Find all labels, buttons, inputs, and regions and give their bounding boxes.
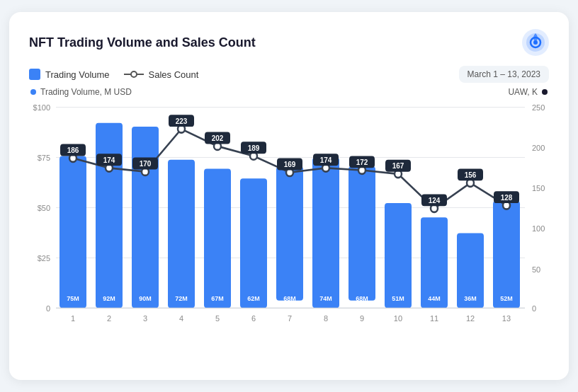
svg-text:$25: $25	[38, 253, 50, 262]
legend-trading-volume: Trading Volume	[29, 69, 110, 80]
left-axis-label: Trading Volume, M USD	[30, 87, 132, 97]
label-10: 167	[392, 162, 404, 170]
svg-text:250: 250	[532, 103, 545, 112]
header-row: NFT Trading Volume and Sales Count	[29, 29, 549, 56]
svg-text:72M: 72M	[175, 295, 188, 302]
legend-line-icon	[124, 69, 144, 80]
right-axis-label: UAW, K	[508, 87, 548, 97]
svg-text:74M: 74M	[319, 295, 332, 302]
bar-8	[312, 158, 339, 309]
svg-text:90M: 90M	[139, 295, 152, 302]
logo-icon	[522, 29, 549, 56]
legend-sales-count-label: Sales Count	[149, 69, 199, 80]
axis-labels-row: Trading Volume, M USD UAW, K	[29, 87, 549, 97]
svg-text:12: 12	[466, 314, 475, 323]
svg-text:4: 4	[179, 314, 183, 323]
chart-card: NFT Trading Volume and Sales Count Tradi…	[9, 12, 569, 380]
svg-text:200: 200	[532, 144, 545, 152]
svg-text:10: 10	[394, 314, 402, 323]
bar-5	[204, 168, 231, 308]
svg-text:44M: 44M	[428, 295, 441, 302]
label-2: 174	[103, 156, 115, 164]
svg-text:0: 0	[532, 304, 536, 312]
svg-text:11: 11	[430, 314, 438, 323]
svg-text:50: 50	[532, 265, 540, 273]
legend-trading-volume-label: Trading Volume	[45, 69, 110, 80]
dot-dark-icon	[542, 89, 548, 95]
svg-text:0: 0	[46, 304, 50, 312]
svg-text:1: 1	[71, 314, 75, 323]
svg-text:13: 13	[502, 314, 511, 323]
label-1: 186	[67, 146, 79, 154]
label-5: 202	[212, 134, 224, 142]
svg-text:5: 5	[215, 314, 220, 323]
label-8: 174	[320, 156, 332, 164]
label-12: 156	[465, 171, 477, 179]
legend-sales-count: Sales Count	[124, 69, 199, 80]
bar-13	[493, 201, 520, 308]
label-13: 128	[501, 194, 513, 202]
bar-9	[348, 166, 375, 301]
bar-2	[96, 123, 123, 309]
label-6: 189	[248, 144, 260, 152]
svg-text:68M: 68M	[356, 295, 368, 302]
svg-text:100: 100	[532, 224, 545, 233]
chart-svg: $100 $75 $50 $25 0 250 200 150 100 50 0 …	[29, 100, 549, 354]
label-11: 124	[429, 197, 441, 204]
label-7: 169	[284, 161, 296, 168]
svg-text:51M: 51M	[392, 295, 404, 302]
legend-row: Trading Volume Sales Count March 1 – 13,…	[29, 66, 549, 83]
dot-blue-icon	[30, 89, 36, 95]
bar-10	[385, 203, 412, 308]
svg-text:6: 6	[251, 314, 256, 323]
bar-6	[240, 178, 267, 308]
date-badge: March 1 – 13, 2023	[459, 66, 549, 83]
svg-text:92M: 92M	[103, 295, 115, 302]
svg-text:75M: 75M	[67, 295, 79, 302]
svg-text:2: 2	[107, 314, 111, 323]
legend-square-icon	[29, 69, 40, 80]
svg-text:67M: 67M	[211, 295, 224, 302]
svg-text:68M: 68M	[283, 295, 296, 302]
svg-text:$50: $50	[38, 203, 50, 212]
svg-text:3: 3	[143, 314, 147, 323]
bar-1	[60, 156, 86, 308]
label-9: 172	[356, 158, 368, 166]
chart-area: $100 $75 $50 $25 0 250 200 150 100 50 0 …	[29, 100, 549, 354]
legend-left: Trading Volume Sales Count	[29, 69, 198, 80]
svg-text:52M: 52M	[500, 295, 513, 302]
svg-text:150: 150	[532, 184, 545, 192]
bar-4	[168, 160, 195, 309]
chart-title: NFT Trading Volume and Sales Count	[29, 35, 256, 50]
bar-7	[276, 166, 303, 301]
label-3: 170	[140, 160, 152, 168]
svg-text:9: 9	[360, 314, 364, 323]
label-4: 223	[176, 117, 188, 125]
svg-text:7: 7	[288, 314, 292, 323]
svg-text:62M: 62M	[247, 295, 260, 302]
bar-3	[132, 127, 159, 308]
svg-text:$75: $75	[38, 153, 50, 161]
svg-text:8: 8	[324, 314, 328, 323]
svg-point-5	[131, 71, 137, 77]
svg-text:36M: 36M	[464, 295, 477, 302]
svg-text:$100: $100	[33, 103, 50, 112]
